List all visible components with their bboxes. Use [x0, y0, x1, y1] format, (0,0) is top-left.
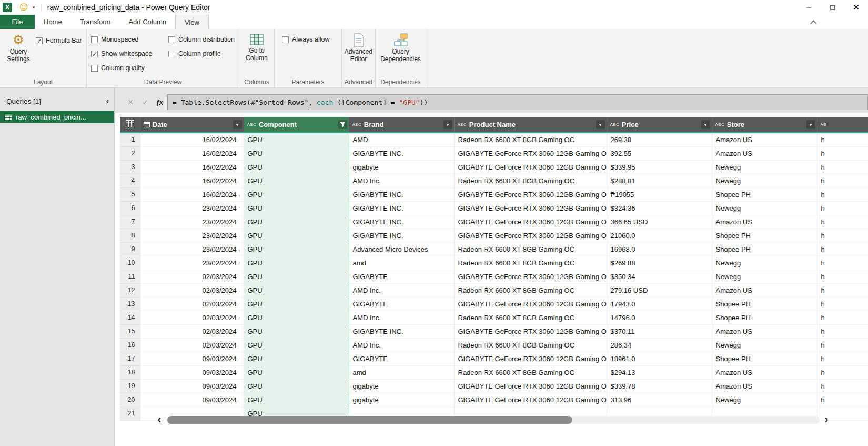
cell-store[interactable]: Amazon US: [712, 324, 817, 338]
column-header-store[interactable]: ABCStore▾: [712, 117, 817, 133]
cell-store[interactable]: Newegg: [712, 270, 817, 283]
cell-date[interactable]: 23/02/2024: [140, 229, 244, 242]
cell-price[interactable]: $339.95: [607, 160, 712, 174]
cell-brand[interactable]: gigabyte: [349, 393, 454, 407]
checkbox-column-distribution[interactable]: Column distribution: [168, 34, 235, 45]
cell-extra[interactable]: h: [817, 256, 868, 270]
cell-product[interactable]: GIGABYTE GeForce RTX 3060 12GB Gaming OC: [454, 297, 607, 311]
cell-component[interactable]: GPU: [244, 352, 349, 365]
row-number[interactable]: 2: [120, 146, 140, 160]
checkbox-show-whitespace[interactable]: ✓Show whitespace: [91, 48, 161, 59]
cell-brand[interactable]: amd: [349, 365, 454, 379]
cell-price[interactable]: $288.81: [607, 174, 712, 187]
cell-component[interactable]: GPU: [244, 393, 349, 407]
filter-dropdown-icon[interactable]: ▾: [806, 120, 815, 129]
cell-brand[interactable]: GIGABYTE INC.: [349, 324, 454, 338]
cell-component[interactable]: GPU: [244, 215, 349, 229]
cell-store[interactable]: Shopee PH: [712, 352, 817, 365]
row-number[interactable]: 10: [120, 256, 140, 270]
scrollbar-thumb[interactable]: [167, 416, 572, 424]
cell-component[interactable]: GPU: [244, 160, 349, 174]
row-number[interactable]: 13: [120, 297, 140, 311]
cell-store[interactable]: Newegg: [712, 393, 817, 407]
cell-extra[interactable]: h: [817, 393, 868, 407]
cell-store[interactable]: Shopee PH: [712, 311, 817, 324]
cell-date[interactable]: 02/03/2024: [140, 270, 244, 283]
row-number[interactable]: 7: [120, 215, 140, 229]
cell-product[interactable]: GIGABYTE GeForce RTX 3060 12GB Gaming OC: [454, 393, 607, 407]
checkbox-always-allow[interactable]: Always allow: [282, 34, 330, 45]
cell-component[interactable]: GPU: [244, 365, 349, 379]
minimize-button[interactable]: ─: [797, 0, 821, 15]
scroll-left-icon[interactable]: ‹: [153, 414, 166, 425]
cell-extra[interactable]: h: [817, 215, 868, 229]
checkbox-monospaced[interactable]: Monospaced: [91, 34, 161, 45]
row-number[interactable]: 11: [120, 270, 140, 283]
cell-extra[interactable]: h: [817, 297, 868, 311]
cell-price[interactable]: $350.34: [607, 270, 712, 283]
cell-product[interactable]: Radeon RX 6600 XT 8GB Gaming OC: [454, 311, 607, 324]
column-header-brand[interactable]: ABCBrand▾: [349, 117, 454, 133]
cell-extra[interactable]: h: [817, 133, 868, 146]
cell-date[interactable]: 16/02/2024: [140, 160, 244, 174]
cell-brand[interactable]: AMD: [349, 133, 454, 146]
formula-cancel-button[interactable]: ✕: [123, 94, 138, 110]
tab-file[interactable]: File: [0, 15, 35, 29]
cell-component[interactable]: GPU: [244, 324, 349, 338]
cell-price[interactable]: $324.36: [607, 201, 712, 215]
restore-button[interactable]: [821, 0, 844, 15]
formula-input[interactable]: = Table.SelectRows(#"Sorted Rows", each …: [167, 94, 868, 110]
cell-store[interactable]: Newegg: [712, 160, 817, 174]
tab-home[interactable]: Home: [35, 15, 71, 29]
formula-accept-button[interactable]: ✓: [138, 94, 153, 110]
cell-price[interactable]: $339.78: [607, 379, 712, 393]
cell-brand[interactable]: GIGABYTE: [349, 352, 454, 365]
cell-extra[interactable]: h: [817, 146, 868, 160]
cell-price[interactable]: 17943.0: [607, 297, 712, 311]
row-number[interactable]: 16: [120, 338, 140, 352]
cell-extra[interactable]: h: [817, 338, 868, 352]
row-number[interactable]: 19: [120, 379, 140, 393]
cell-product[interactable]: Radeon RX 6600 XT 8GB Gaming OC: [454, 256, 607, 270]
filter-dropdown-icon[interactable]: ▾: [596, 120, 605, 129]
cell-store[interactable]: Newegg: [712, 174, 817, 187]
select-all-corner[interactable]: [120, 117, 140, 133]
cell-date[interactable]: 09/03/2024: [140, 379, 244, 393]
checkbox-column-quality[interactable]: Column quality: [91, 63, 161, 73]
cell-store[interactable]: Shopee PH: [712, 297, 817, 311]
cell-component[interactable]: GPU: [244, 256, 349, 270]
tab-transform[interactable]: Transform: [71, 15, 120, 29]
cell-brand[interactable]: GIGABYTE INC.: [349, 146, 454, 160]
cell-product[interactable]: Radeon RX 6600 XT 8GB Gaming OC: [454, 174, 607, 187]
tab-view[interactable]: View: [175, 15, 209, 29]
cell-date[interactable]: 09/03/2024: [140, 365, 244, 379]
checkbox-formula-bar[interactable]: ✓ Formula Bar: [36, 35, 82, 46]
cell-store[interactable]: Shopee PH: [712, 187, 817, 201]
cell-date[interactable]: 23/02/2024: [140, 256, 244, 270]
filter-dropdown-icon[interactable]: ▾: [701, 120, 710, 129]
cell-price[interactable]: 286.34: [607, 338, 712, 352]
cell-price[interactable]: $269.88: [607, 256, 712, 270]
go-to-column-button[interactable]: Go to Column: [241, 33, 272, 77]
cell-extra[interactable]: h: [817, 311, 868, 324]
cell-date[interactable]: 23/02/2024: [140, 201, 244, 215]
cell-date[interactable]: 02/03/2024: [140, 283, 244, 297]
cell-extra[interactable]: h: [817, 365, 868, 379]
row-number[interactable]: 6: [120, 201, 140, 215]
row-number[interactable]: 4: [120, 174, 140, 187]
column-header-date[interactable]: Date▾: [140, 117, 244, 133]
cell-price[interactable]: 392.55: [607, 146, 712, 160]
column-header-component[interactable]: ABCComponent: [244, 117, 349, 133]
query-settings-button[interactable]: ⚙ Query Settings: [4, 33, 33, 77]
cell-store[interactable]: Amazon US: [712, 133, 817, 146]
cell-price[interactable]: 313.96: [607, 393, 712, 407]
cell-date[interactable]: 09/03/2024: [140, 352, 244, 365]
cell-store[interactable]: Amazon US: [712, 365, 817, 379]
cell-extra[interactable]: h: [817, 187, 868, 201]
cell-product[interactable]: GIGABYTE GeForce RTX 3060 12GB Gaming OC: [454, 201, 607, 215]
cell-product[interactable]: GIGABYTE GeForce RTX 3060 12GB Gaming OC: [454, 352, 607, 365]
cell-product[interactable]: GIGABYTE GeForce RTX 3060 12GB Gaming OC: [454, 146, 607, 160]
cell-price[interactable]: 16968.0: [607, 242, 712, 256]
cell-price[interactable]: 21060.0: [607, 229, 712, 242]
cell-date[interactable]: 02/03/2024: [140, 324, 244, 338]
